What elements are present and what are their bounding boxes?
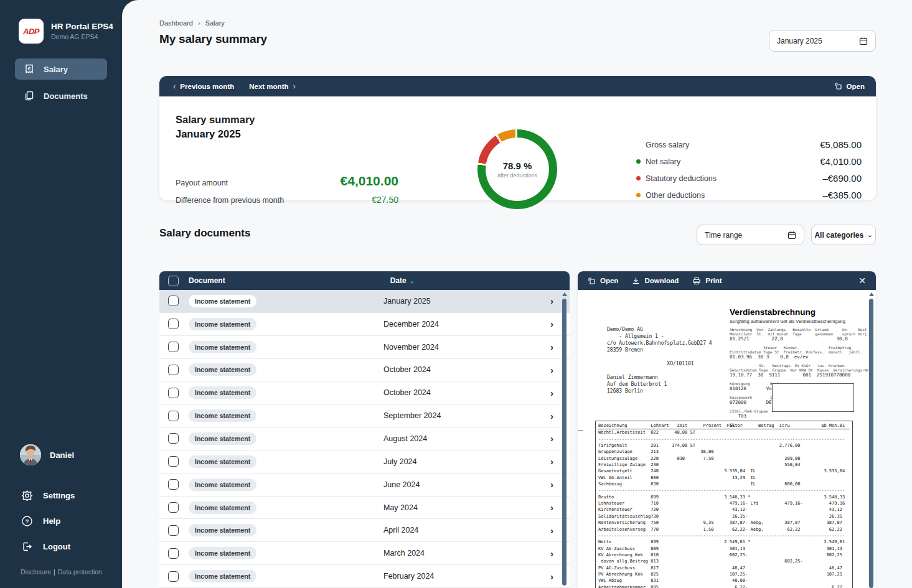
chevron-right-icon[interactable]: › <box>550 296 553 306</box>
logout-button[interactable]: Logout <box>0 534 122 559</box>
open-document-button[interactable]: Open <box>588 277 618 285</box>
document-date: November 2024 <box>383 343 439 352</box>
next-month-button[interactable]: Next month › <box>249 82 296 91</box>
chevron-right-icon[interactable]: › <box>550 479 553 490</box>
payslip-title: Verdienstabrechnung <box>730 307 816 317</box>
open-summary-button[interactable]: Open <box>834 82 865 90</box>
legend-dot-icon <box>636 176 641 180</box>
table-scrollbar <box>562 292 567 586</box>
chevron-right-icon[interactable]: › <box>550 319 553 329</box>
row-checkbox[interactable] <box>168 342 179 352</box>
open-document-label: Open <box>600 277 618 284</box>
salary-donut-chart: 78.9 % after deductions <box>477 129 557 209</box>
table-row[interactable]: Income statementMarch 2024› <box>159 542 570 565</box>
chevron-right-icon: › <box>293 82 296 91</box>
chevron-right-icon[interactable]: › <box>550 548 553 559</box>
open-external-icon <box>834 82 842 90</box>
help-button[interactable]: ? Help <box>0 508 122 534</box>
document-type-badge: Income statement <box>189 363 256 376</box>
select-all-checkbox[interactable] <box>168 276 179 286</box>
disclosure-link[interactable]: Disclosure <box>21 568 51 576</box>
table-row[interactable]: Income statementAugust 2024› <box>159 427 570 450</box>
sidebar-item-label: Documents <box>44 91 88 101</box>
row-checkbox[interactable] <box>168 525 179 536</box>
row-checkbox[interactable] <box>168 571 179 582</box>
settings-button[interactable]: Settings <box>0 483 122 508</box>
table-row[interactable]: Income statementApril 2024› <box>159 519 570 542</box>
close-icon[interactable]: ✕ <box>858 276 866 286</box>
sidebar-item-salary[interactable]: € Salary <box>15 58 107 80</box>
documents-section-title: Salary documents <box>159 227 250 240</box>
scroll-up-arrow[interactable] <box>869 292 874 296</box>
document-date: July 2024 <box>383 457 417 466</box>
previous-month-label: Previous month <box>180 83 234 90</box>
breadcrumb-dashboard[interactable]: Dashboard <box>159 19 193 27</box>
legend-label: Net salary <box>646 157 680 166</box>
chevron-right-icon[interactable]: › <box>550 571 553 582</box>
sort-desc-icon[interactable]: ⌄ <box>410 278 415 284</box>
chevron-right-icon[interactable]: › <box>550 342 553 352</box>
table-row[interactable]: Income statementJune 2024› <box>159 474 570 497</box>
document-date: March 2024 <box>383 549 425 558</box>
download-button[interactable]: Download <box>632 277 679 285</box>
row-checkbox[interactable] <box>168 411 179 421</box>
donut-percentage: 78.9 % <box>503 161 532 171</box>
user-row[interactable]: Daniel <box>0 444 122 465</box>
settings-label: Settings <box>43 491 75 500</box>
row-checkbox[interactable] <box>168 365 179 375</box>
chevron-right-icon[interactable]: › <box>550 388 553 398</box>
scroll-up-arrow[interactable] <box>562 292 567 296</box>
summary-heading: Salary summary <box>176 114 255 126</box>
row-checkbox[interactable] <box>168 433 179 444</box>
download-label: Download <box>644 277 679 284</box>
table-row[interactable]: Income statementNovember 2024› <box>159 336 570 359</box>
document-date: December 2024 <box>383 320 439 329</box>
data-protection-link[interactable]: Data protection <box>58 568 102 576</box>
documents-icon <box>24 90 35 101</box>
table-row[interactable]: Income statementJanuary 2025› <box>159 290 570 313</box>
chevron-right-icon[interactable]: › <box>550 502 553 513</box>
document-type-badge: Income statement <box>189 341 256 353</box>
table-row[interactable]: Income statementSeptember 2024› <box>159 404 570 427</box>
chevron-right-icon[interactable]: › <box>550 365 553 375</box>
chevron-right-icon[interactable]: › <box>550 525 553 536</box>
row-checkbox[interactable] <box>168 456 179 467</box>
chevron-right-icon[interactable]: › <box>550 433 553 444</box>
row-checkbox[interactable] <box>168 479 179 490</box>
time-range-placeholder: Time range <box>705 231 742 240</box>
row-checkbox[interactable] <box>168 502 179 513</box>
adp-logo: ADP <box>19 19 44 44</box>
document-date: October 2024 <box>383 388 431 397</box>
sidebar-item-documents[interactable]: Documents <box>15 85 107 106</box>
legal-links: Disclosure|Data protection <box>0 559 122 581</box>
row-checkbox[interactable] <box>168 296 179 306</box>
table-scrollbar-thumb[interactable] <box>562 299 566 586</box>
breadcrumb-salary: Salary <box>205 19 225 27</box>
table-row[interactable]: Income statementFebruary 2024› <box>159 565 570 588</box>
legend-label: Other deductions <box>646 191 705 200</box>
document-type-badge: Income statement <box>189 318 256 330</box>
preview-toolbar: Open Download <box>578 271 876 290</box>
row-checkbox[interactable] <box>168 388 179 398</box>
payslip-address-block: Demo/Demo AG - Allgemein 1 -c/o Autowerk… <box>607 326 712 394</box>
column-date[interactable]: Date <box>390 276 407 285</box>
table-row[interactable]: Income statementJuly 2024› <box>159 450 570 474</box>
month-picker[interactable]: January 2025 <box>769 30 876 52</box>
table-row[interactable]: Income statementDecember 2024› <box>159 313 570 336</box>
chevron-right-icon[interactable]: › <box>550 456 553 467</box>
previous-month-button[interactable]: ‹ Previous month <box>173 82 234 91</box>
open-summary-label: Open <box>847 83 865 90</box>
payslip-page: Verdienstabrechnung Sorgfältig aufbewahr… <box>578 290 876 588</box>
print-button[interactable]: Print <box>692 277 722 285</box>
preview-scrollbar-thumb[interactable] <box>869 299 873 588</box>
table-row[interactable]: Income statementMay 2024› <box>159 497 570 520</box>
category-filter[interactable]: All categories ⌄ <box>811 225 876 245</box>
time-range-filter[interactable]: Time range <box>697 225 804 245</box>
table-row[interactable]: Income statementOctober 2024› <box>159 359 570 382</box>
logout-label: Logout <box>43 542 70 551</box>
row-checkbox[interactable] <box>168 319 179 329</box>
row-checkbox[interactable] <box>168 548 179 559</box>
table-row[interactable]: Income statementOctober 2024› <box>159 381 570 404</box>
print-label: Print <box>705 277 722 284</box>
chevron-right-icon[interactable]: › <box>550 411 553 421</box>
